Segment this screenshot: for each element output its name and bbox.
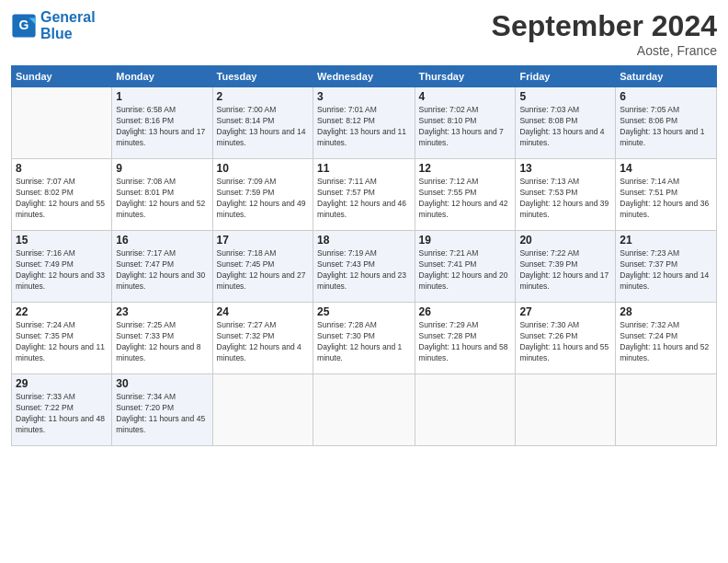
svg-text:G: G: [19, 17, 29, 32]
col-friday: Friday: [516, 66, 616, 87]
day-cell: [516, 374, 616, 446]
day-cell: 5 Sunrise: 7:03 AM Sunset: 8:08 PM Dayli…: [516, 87, 616, 159]
day-cell: 3 Sunrise: 7:01 AM Sunset: 8:12 PM Dayli…: [313, 87, 415, 159]
day-number: 26: [419, 305, 512, 318]
col-tuesday: Tuesday: [212, 66, 313, 87]
day-cell: 23 Sunrise: 7:25 AM Sunset: 7:33 PM Dayl…: [112, 303, 212, 374]
day-info: Sunrise: 7:28 AM Sunset: 7:30 PM Dayligh…: [317, 320, 410, 364]
day-number: 14: [620, 162, 712, 175]
calendar-body: 1 Sunrise: 6:58 AM Sunset: 8:16 PM Dayli…: [12, 87, 717, 446]
day-number: 9: [116, 162, 208, 175]
day-cell: 10 Sunrise: 7:09 AM Sunset: 7:59 PM Dayl…: [212, 159, 313, 231]
day-info: Sunrise: 7:03 AM Sunset: 8:08 PM Dayligh…: [519, 105, 611, 149]
week-row-4: 22 Sunrise: 7:24 AM Sunset: 7:35 PM Dayl…: [12, 303, 717, 374]
day-number: 2: [217, 90, 309, 103]
day-info: Sunrise: 7:14 AM Sunset: 7:51 PM Dayligh…: [620, 177, 712, 221]
day-info: Sunrise: 7:25 AM Sunset: 7:33 PM Dayligh…: [116, 320, 208, 364]
day-number: 20: [519, 234, 611, 247]
day-info: Sunrise: 7:07 AM Sunset: 8:02 PM Dayligh…: [16, 177, 108, 221]
day-info: Sunrise: 7:11 AM Sunset: 7:57 PM Dayligh…: [317, 177, 410, 221]
col-thursday: Thursday: [415, 66, 516, 87]
day-number: 30: [116, 377, 208, 390]
month-title: September 2024: [492, 9, 717, 43]
title-block: September 2024 Aoste, France: [492, 9, 717, 58]
day-cell: 14 Sunrise: 7:14 AM Sunset: 7:51 PM Dayl…: [616, 159, 717, 231]
day-info: Sunrise: 7:00 AM Sunset: 8:14 PM Dayligh…: [217, 105, 309, 149]
day-info: Sunrise: 7:29 AM Sunset: 7:28 PM Dayligh…: [419, 320, 512, 364]
day-cell: 9 Sunrise: 7:08 AM Sunset: 8:01 PM Dayli…: [112, 159, 212, 231]
day-info: Sunrise: 7:32 AM Sunset: 7:24 PM Dayligh…: [620, 320, 712, 364]
day-number: 28: [620, 305, 712, 318]
day-info: Sunrise: 7:12 AM Sunset: 7:55 PM Dayligh…: [419, 177, 512, 221]
col-wednesday: Wednesday: [313, 66, 415, 87]
day-info: Sunrise: 7:16 AM Sunset: 7:49 PM Dayligh…: [16, 248, 108, 293]
week-row-1: 1 Sunrise: 6:58 AM Sunset: 8:16 PM Dayli…: [12, 87, 717, 159]
day-info: Sunrise: 7:13 AM Sunset: 7:53 PM Dayligh…: [519, 177, 611, 221]
day-info: Sunrise: 7:19 AM Sunset: 7:43 PM Dayligh…: [317, 248, 410, 293]
day-cell: 4 Sunrise: 7:02 AM Sunset: 8:10 PM Dayli…: [415, 87, 516, 159]
day-number: 25: [317, 305, 410, 318]
day-number: 16: [116, 234, 208, 247]
day-cell: 27 Sunrise: 7:30 AM Sunset: 7:26 PM Dayl…: [516, 303, 616, 374]
day-info: Sunrise: 7:22 AM Sunset: 7:39 PM Dayligh…: [519, 248, 611, 293]
day-cell: 17 Sunrise: 7:18 AM Sunset: 7:45 PM Dayl…: [212, 231, 313, 303]
day-cell: [616, 374, 717, 446]
day-cell: 13 Sunrise: 7:13 AM Sunset: 7:53 PM Dayl…: [516, 159, 616, 231]
day-info: Sunrise: 7:23 AM Sunset: 7:37 PM Dayligh…: [620, 248, 712, 293]
day-info: Sunrise: 7:27 AM Sunset: 7:32 PM Dayligh…: [217, 320, 309, 364]
day-number: 15: [16, 234, 108, 247]
day-cell: 15 Sunrise: 7:16 AM Sunset: 7:49 PM Dayl…: [12, 231, 112, 303]
day-number: 21: [620, 234, 712, 247]
day-info: Sunrise: 7:33 AM Sunset: 7:22 PM Dayligh…: [16, 392, 108, 436]
day-info: Sunrise: 7:05 AM Sunset: 8:06 PM Dayligh…: [620, 105, 712, 149]
day-cell: 28 Sunrise: 7:32 AM Sunset: 7:24 PM Dayl…: [616, 303, 717, 374]
day-cell: 16 Sunrise: 7:17 AM Sunset: 7:47 PM Dayl…: [112, 231, 212, 303]
day-cell: 21 Sunrise: 7:23 AM Sunset: 7:37 PM Dayl…: [616, 231, 717, 303]
day-number: 19: [419, 234, 512, 247]
day-info: Sunrise: 7:17 AM Sunset: 7:47 PM Dayligh…: [116, 248, 208, 293]
col-saturday: Saturday: [616, 66, 717, 87]
day-info: Sunrise: 7:24 AM Sunset: 7:35 PM Dayligh…: [16, 320, 108, 364]
day-number: 18: [317, 234, 410, 247]
day-number: 8: [16, 162, 108, 175]
col-monday: Monday: [112, 66, 212, 87]
day-number: 29: [16, 377, 108, 390]
day-number: 27: [519, 305, 611, 318]
day-cell: 12 Sunrise: 7:12 AM Sunset: 7:55 PM Dayl…: [415, 159, 516, 231]
day-info: Sunrise: 7:09 AM Sunset: 7:59 PM Dayligh…: [217, 177, 309, 221]
day-number: 12: [419, 162, 512, 175]
day-number: 11: [317, 162, 410, 175]
calendar-table: Sunday Monday Tuesday Wednesday Thursday…: [11, 65, 717, 446]
day-cell: [313, 374, 415, 446]
day-cell: [12, 87, 112, 159]
day-cell: 24 Sunrise: 7:27 AM Sunset: 7:32 PM Dayl…: [212, 303, 313, 374]
day-info: Sunrise: 7:08 AM Sunset: 8:01 PM Dayligh…: [116, 177, 208, 221]
day-info: Sunrise: 7:18 AM Sunset: 7:45 PM Dayligh…: [217, 248, 309, 293]
day-number: 23: [116, 305, 208, 318]
col-sunday: Sunday: [12, 66, 112, 87]
day-cell: 8 Sunrise: 7:07 AM Sunset: 8:02 PM Dayli…: [12, 159, 112, 231]
day-cell: 6 Sunrise: 7:05 AM Sunset: 8:06 PM Dayli…: [616, 87, 717, 159]
day-cell: 25 Sunrise: 7:28 AM Sunset: 7:30 PM Dayl…: [313, 303, 415, 374]
week-row-3: 15 Sunrise: 7:16 AM Sunset: 7:49 PM Dayl…: [12, 231, 717, 303]
day-number: 22: [16, 305, 108, 318]
day-number: 17: [217, 234, 309, 247]
logo-text: General Blue: [40, 9, 96, 41]
day-info: Sunrise: 7:01 AM Sunset: 8:12 PM Dayligh…: [317, 105, 410, 149]
day-cell: 30 Sunrise: 7:34 AM Sunset: 7:20 PM Dayl…: [112, 374, 212, 446]
day-number: 6: [620, 90, 712, 103]
day-cell: [415, 374, 516, 446]
day-number: 4: [419, 90, 512, 103]
day-cell: 11 Sunrise: 7:11 AM Sunset: 7:57 PM Dayl…: [313, 159, 415, 231]
day-cell: 19 Sunrise: 7:21 AM Sunset: 7:41 PM Dayl…: [415, 231, 516, 303]
logo: G General Blue: [11, 9, 96, 41]
day-cell: 1 Sunrise: 6:58 AM Sunset: 8:16 PM Dayli…: [112, 87, 212, 159]
day-number: 5: [519, 90, 611, 103]
logo-icon: G: [11, 13, 37, 39]
week-row-5: 29 Sunrise: 7:33 AM Sunset: 7:22 PM Dayl…: [12, 374, 717, 446]
location: Aoste, France: [492, 43, 717, 58]
day-info: Sunrise: 7:30 AM Sunset: 7:26 PM Dayligh…: [519, 320, 611, 364]
day-number: 13: [519, 162, 611, 175]
day-cell: 20 Sunrise: 7:22 AM Sunset: 7:39 PM Dayl…: [516, 231, 616, 303]
day-cell: [212, 374, 313, 446]
